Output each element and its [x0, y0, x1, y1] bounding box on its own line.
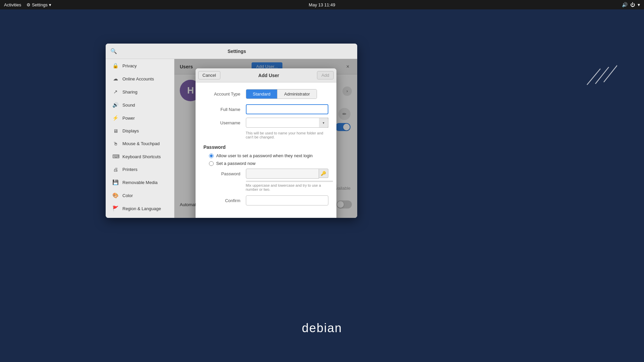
sidebar-item-online-accounts[interactable]: ☁ Online Accounts	[107, 72, 173, 85]
password-strength-bar	[246, 181, 333, 182]
radio-set-now-label: Set a password now	[216, 161, 256, 166]
radio-allow-set-row: Allow user to set a password when they n…	[209, 153, 328, 158]
username-input[interactable]	[246, 118, 328, 128]
sidebar-item-printers[interactable]: 🖨 Printers	[107, 163, 173, 176]
power-icon[interactable]: ⏻	[630, 2, 635, 7]
sidebar-item-label: Sound	[122, 103, 135, 108]
confirm-label: Confirm	[204, 198, 240, 203]
svg-line-1	[595, 67, 609, 84]
keyboard-icon: ⌨	[112, 154, 118, 160]
printers-icon: 🖨	[112, 167, 118, 172]
sidebar-item-label: Privacy	[122, 63, 137, 68]
debian-logo: debian	[302, 321, 342, 335]
radio-set-now-row: Set a password now	[209, 161, 328, 166]
share-icon: ↗	[112, 89, 118, 95]
username-input-wrap: ▾	[246, 118, 328, 128]
sidebar-item-label: Power	[122, 116, 135, 121]
settings-window: 🔍 Settings 🔒 Privacy ☁ Online Accounts ↗…	[106, 44, 357, 218]
flag-icon: 🚩	[112, 205, 118, 212]
settings-title: Settings	[119, 49, 355, 54]
lock-icon: 🔒	[112, 63, 118, 69]
dialog-content: Account Type Standard Administrator Full…	[196, 82, 336, 218]
dialog-titlebar: Cancel Add User Add	[196, 68, 336, 82]
sidebar-item-region-language[interactable]: 🚩 Region & Language	[107, 202, 173, 215]
sidebar-item-label: Region & Language	[122, 206, 161, 211]
topbar-arrow-icon[interactable]: ▾	[638, 2, 640, 7]
displays-icon: 🖥	[112, 128, 118, 134]
dialog-box: Cancel Add User Add Account Type Standar…	[196, 68, 336, 218]
settings-menu[interactable]: ⚙ Settings ▾	[26, 2, 51, 7]
password-label: Password	[204, 171, 240, 176]
sidebar-item-label: Keyboard Shortcuts	[122, 154, 161, 159]
username-row: Username ▾	[204, 118, 328, 128]
search-button[interactable]: 🔍	[108, 47, 119, 56]
sidebar-item-sound[interactable]: 🔊 Sound	[107, 99, 173, 111]
full-name-row: Full Name	[204, 104, 328, 114]
password-input-wrap: 🔑	[246, 169, 328, 179]
topbar-right: 🔊 ⏻ ▾	[622, 2, 640, 7]
confirm-field-row: Confirm	[204, 195, 328, 205]
standard-tab[interactable]: Standard	[246, 89, 278, 99]
main-content: Users Add User... × H hawai › ✏	[174, 59, 357, 218]
sidebar-item-privacy[interactable]: 🔒 Privacy	[107, 59, 173, 72]
mouse-icon: 🖱	[112, 141, 118, 146]
topbar: Activities ⚙ Settings ▾ May 13 11:49 🔊 ⏻…	[0, 0, 644, 9]
add-user-dialog: Cancel Add User Add Account Type Standar…	[174, 59, 357, 218]
dialog-footer: Enterprise Login	[196, 218, 336, 218]
add-button[interactable]: Add	[317, 71, 333, 79]
radio-allow-set[interactable]	[209, 154, 214, 158]
dialog-title: Add User	[220, 73, 317, 78]
settings-body: 🔒 Privacy ☁ Online Accounts ↗ Sharing 🔊 …	[106, 59, 357, 218]
activities-label[interactable]: Activities	[4, 2, 21, 7]
radio-allow-set-label: Allow user to set a password when they n…	[216, 153, 313, 158]
password-field-row: Password 🔑	[204, 169, 328, 179]
sidebar-item-label: Mouse & Touchpad	[122, 141, 160, 146]
sidebar-item-removable-media[interactable]: 💾 Removable Media	[107, 176, 173, 189]
password-generate-button[interactable]: 🔑	[319, 169, 328, 178]
sidebar-item-keyboard[interactable]: ⌨ Keyboard Shortcuts	[107, 150, 173, 163]
sidebar-item-label: Printers	[122, 167, 138, 172]
sidebar-item-displays[interactable]: 🖥 Displays	[107, 125, 173, 137]
sidebar-item-color[interactable]: 🎨 Color	[107, 189, 173, 202]
password-section: Password Allow user to set a password wh…	[204, 144, 328, 205]
sidebar: 🔒 Privacy ☁ Online Accounts ↗ Sharing 🔊 …	[106, 59, 174, 218]
sidebar-item-power[interactable]: ⚡ Power	[107, 112, 173, 124]
sidebar-item-label: Online Accounts	[122, 76, 154, 81]
sidebar-item-sharing[interactable]: ↗ Sharing	[107, 85, 173, 98]
password-heading: Password	[204, 144, 328, 150]
volume-icon[interactable]: 🔊	[622, 2, 628, 7]
svg-line-0	[604, 65, 617, 82]
username-dropdown-button[interactable]: ▾	[319, 118, 328, 128]
power-sidebar-icon: ⚡	[112, 115, 118, 121]
administrator-tab[interactable]: Administrator	[277, 89, 317, 99]
sidebar-item-mouse-touchpad[interactable]: 🖱 Mouse & Touchpad	[107, 137, 173, 150]
svg-line-2	[587, 69, 600, 85]
sound-icon: 🔊	[112, 102, 118, 108]
radio-set-now[interactable]	[209, 161, 214, 166]
username-hint: This will be used to name your home fold…	[246, 131, 328, 139]
cancel-button[interactable]: Cancel	[198, 71, 220, 79]
sidebar-item-label: Color	[122, 193, 133, 198]
cloud-icon: ☁	[112, 76, 118, 82]
topbar-datetime: May 13 11:49	[309, 2, 335, 7]
password-input[interactable]	[246, 169, 319, 179]
media-icon: 💾	[112, 179, 118, 185]
sidebar-item-label: Displays	[122, 128, 139, 133]
full-name-label: Full Name	[204, 107, 240, 112]
sidebar-item-accessibility[interactable]: ♿ Accessibility	[107, 215, 173, 218]
sidebar-item-label: Sharing	[122, 89, 138, 95]
username-label: Username	[204, 120, 240, 125]
sidebar-item-label: Removable Media	[122, 180, 158, 185]
decorative-lines	[577, 59, 617, 85]
account-type-row: Account Type Standard Administrator	[204, 89, 328, 99]
topbar-left: Activities ⚙ Settings ▾	[4, 2, 51, 7]
settings-titlebar: 🔍 Settings	[106, 44, 357, 59]
password-strength-hint: Mix uppercase and lowercase and try to u…	[246, 183, 328, 191]
full-name-input[interactable]	[246, 104, 328, 114]
account-type-tabs: Standard Administrator	[246, 89, 317, 99]
debian-logo-text: debian	[302, 321, 342, 335]
account-type-label: Account Type	[204, 92, 240, 97]
color-icon: 🎨	[112, 192, 118, 198]
confirm-input[interactable]	[246, 195, 328, 205]
